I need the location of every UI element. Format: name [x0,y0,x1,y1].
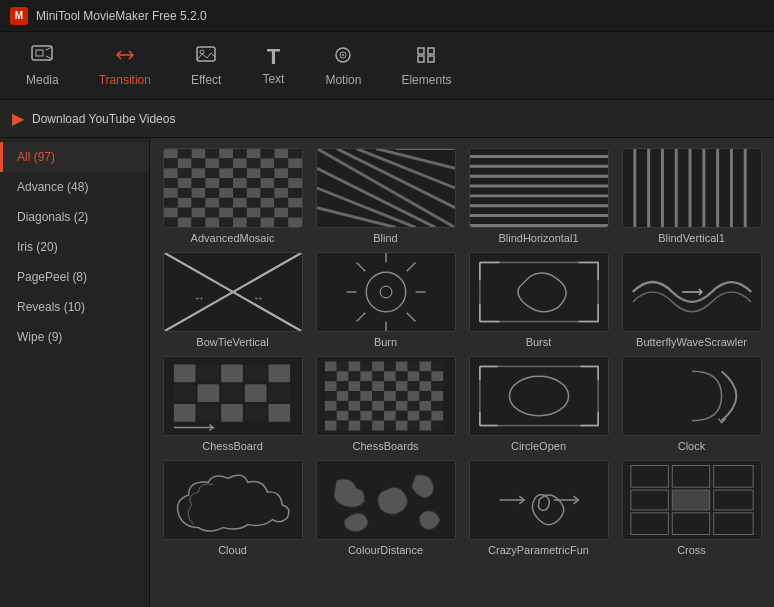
svg-rect-87 [191,218,205,228]
svg-rect-230 [384,421,396,431]
sidebar-item-pagepeel[interactable]: PagePeel (8) [0,262,149,292]
transition-colour-dist[interactable]: ColourDistance [313,460,458,556]
transition-thumb-cloud [163,460,303,540]
svg-rect-152 [268,364,290,382]
svg-rect-151 [244,364,266,382]
svg-rect-174 [431,362,443,372]
svg-rect-186 [336,381,348,391]
transition-advanced-mosaic[interactable]: /* drawn inline */ [160,148,305,244]
svg-rect-39 [219,168,233,178]
sidebar-item-diagonals[interactable]: Diagonals (2) [0,202,149,232]
svg-rect-178 [360,371,372,381]
nav-effect[interactable]: Effect [173,36,239,96]
svg-rect-46 [177,178,191,188]
nav-elements[interactable]: Elements [383,36,469,96]
svg-rect-190 [384,381,396,391]
svg-rect-84 [288,208,302,218]
transition-icon [113,44,137,69]
svg-rect-22 [260,149,274,159]
svg-rect-64 [288,188,302,198]
svg-rect-93 [274,218,288,228]
svg-rect-200 [384,391,396,401]
text-label: Text [262,72,284,86]
svg-rect-159 [197,404,219,422]
nav-motion[interactable]: Motion [307,36,379,96]
svg-rect-213 [419,401,431,411]
svg-rect-231 [395,421,407,431]
svg-rect-50 [233,178,247,188]
svg-rect-72 [260,198,274,208]
svg-rect-28 [205,158,219,168]
svg-rect-176 [336,371,348,381]
transition-blind-v1[interactable]: BlindVertical1 [619,148,764,244]
svg-rect-23 [274,149,288,159]
transition-burst[interactable]: Burst [466,252,611,348]
svg-rect-193 [419,381,431,391]
transition-cross[interactable]: Cross [619,460,764,556]
svg-rect-208 [360,401,372,411]
transition-bowtie-v[interactable]: ↔ ↔ BowTieVertical [160,252,305,348]
transition-burn[interactable]: Burn [313,252,458,348]
transition-clock[interactable]: Clock [619,356,764,452]
yt-download-bar[interactable]: ▶ Download YouTube Videos [0,100,774,138]
app-icon-letter: M [15,10,23,21]
app-title: MiniTool MovieMaker Free 5.2.0 [36,9,207,23]
svg-rect-19 [219,149,233,159]
transition-chessboard[interactable]: ChessBoard [160,356,305,452]
svg-rect-58 [205,188,219,198]
svg-rect-227 [348,421,360,431]
transition-circle-open[interactable]: CircleOpen [466,356,611,452]
svg-rect-56 [177,188,191,198]
svg-text:↔: ↔ [193,291,205,305]
svg-rect-143 [470,253,608,332]
nav-media[interactable]: Media [8,36,77,96]
svg-rect-32 [260,158,274,168]
transition-label-blind-h1: BlindHorizontal1 [498,232,578,244]
nav-text[interactable]: T Text [243,36,303,96]
svg-rect-217 [348,411,360,421]
transition-label-burn: Burn [374,336,397,348]
sidebar-item-wipe[interactable]: Wipe (9) [0,322,149,352]
motion-label: Motion [325,73,361,87]
transition-butterfly[interactable]: ButterflyWaveScrawler [619,252,764,348]
svg-rect-153 [173,384,195,402]
svg-text:↔: ↔ [252,291,264,305]
svg-rect-48 [205,178,219,188]
svg-rect-172 [407,362,419,372]
svg-rect-206 [336,401,348,411]
transition-crazy-param[interactable]: CrazyParametricFun [466,460,611,556]
transition-thumb-bowtie-v: ↔ ↔ [163,252,303,332]
svg-rect-183 [419,371,431,381]
svg-rect-29 [219,158,233,168]
transition-blind[interactable]: Blind [313,148,458,244]
transition-chessboards[interactable]: ChessBoards [313,356,458,452]
svg-rect-81 [246,208,260,218]
transition-cloud[interactable]: Cloud [160,460,305,556]
svg-rect-10 [418,48,424,54]
elements-label: Elements [401,73,451,87]
svg-rect-47 [191,178,205,188]
svg-rect-78 [205,208,219,218]
sidebar-item-reveals[interactable]: Reveals (10) [0,292,149,322]
elements-icon [414,44,438,69]
svg-point-9 [342,54,344,56]
svg-rect-67 [191,198,205,208]
svg-rect-92 [260,218,274,228]
transition-blind-h1[interactable]: BlindHorizontal1 [466,148,611,244]
svg-rect-150 [221,364,243,382]
svg-rect-59 [219,188,233,198]
nav-transition[interactable]: Transition [81,36,169,96]
svg-rect-66 [177,198,191,208]
transition-thumb-clock [622,356,762,436]
sidebar-item-iris[interactable]: Iris (20) [0,232,149,262]
svg-rect-21 [246,149,260,159]
svg-rect-35 [164,168,178,178]
transition-label-burst: Burst [526,336,552,348]
svg-rect-197 [348,391,360,401]
svg-rect-40 [233,168,247,178]
transition-label-blind-v1: BlindVertical1 [658,232,725,244]
sidebar-item-advance[interactable]: Advance (48) [0,172,149,202]
sidebar-item-all[interactable]: All (97) [0,142,149,172]
svg-rect-36 [177,168,191,178]
transition-thumb-blind [316,148,456,228]
